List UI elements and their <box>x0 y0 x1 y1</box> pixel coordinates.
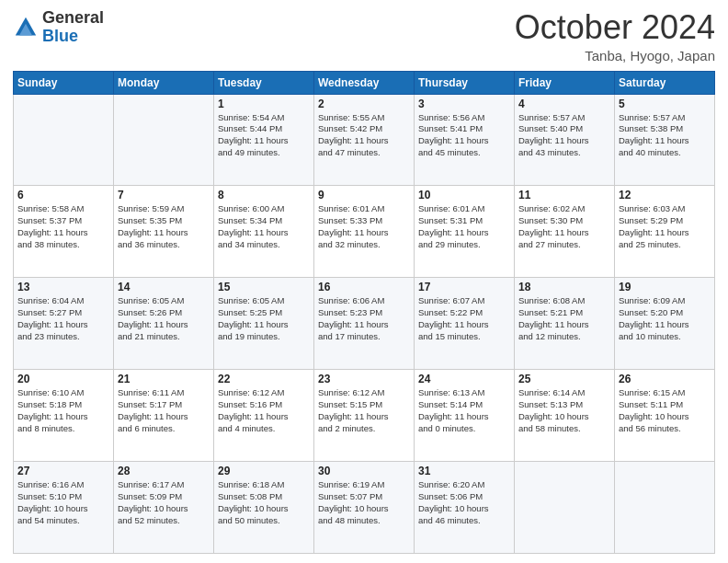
calendar-cell: 17Sunrise: 6:07 AM Sunset: 5:22 PM Dayli… <box>415 278 515 370</box>
day-info: Sunrise: 6:17 AM Sunset: 5:09 PM Dayligh… <box>118 479 210 526</box>
day-info: Sunrise: 6:09 AM Sunset: 5:20 PM Dayligh… <box>619 295 711 342</box>
header: General Blue October 2024 Tanba, Hyogo, … <box>13 9 715 63</box>
day-info: Sunrise: 6:06 AM Sunset: 5:23 PM Dayligh… <box>318 295 410 342</box>
day-info: Sunrise: 6:10 AM Sunset: 5:18 PM Dayligh… <box>17 387 109 434</box>
weekday-header-wednesday: Wednesday <box>314 71 415 94</box>
calendar-cell: 11Sunrise: 6:02 AM Sunset: 5:30 PM Dayli… <box>515 186 615 278</box>
calendar-week-row: 27Sunrise: 6:16 AM Sunset: 5:10 PM Dayli… <box>14 462 715 554</box>
day-number: 15 <box>218 281 310 293</box>
day-number: 31 <box>418 465 510 477</box>
calendar-cell: 26Sunrise: 6:15 AM Sunset: 5:11 PM Dayli… <box>615 370 715 462</box>
day-info: Sunrise: 6:12 AM Sunset: 5:16 PM Dayligh… <box>218 387 310 434</box>
calendar-cell <box>615 462 715 554</box>
day-info: Sunrise: 6:05 AM Sunset: 5:26 PM Dayligh… <box>118 295 210 342</box>
calendar-cell <box>114 94 214 186</box>
calendar-cell: 12Sunrise: 6:03 AM Sunset: 5:29 PM Dayli… <box>615 186 715 278</box>
day-info: Sunrise: 5:56 AM Sunset: 5:41 PM Dayligh… <box>418 112 510 159</box>
day-info: Sunrise: 6:18 AM Sunset: 5:08 PM Dayligh… <box>218 479 310 526</box>
day-number: 24 <box>418 373 510 385</box>
day-number: 22 <box>218 373 310 385</box>
day-number: 28 <box>118 465 210 477</box>
calendar-cell: 29Sunrise: 6:18 AM Sunset: 5:08 PM Dayli… <box>214 462 314 554</box>
calendar-week-row: 13Sunrise: 6:04 AM Sunset: 5:27 PM Dayli… <box>14 278 715 370</box>
day-number: 8 <box>218 189 310 201</box>
day-info: Sunrise: 6:12 AM Sunset: 5:15 PM Dayligh… <box>318 387 410 434</box>
day-number: 4 <box>518 98 610 110</box>
day-info: Sunrise: 6:20 AM Sunset: 5:06 PM Dayligh… <box>418 479 510 526</box>
weekday-header-monday: Monday <box>114 71 214 94</box>
day-info: Sunrise: 5:55 AM Sunset: 5:42 PM Dayligh… <box>318 112 410 159</box>
day-number: 30 <box>318 465 410 477</box>
title-block: October 2024 Tanba, Hyogo, Japan <box>515 9 715 63</box>
day-number: 3 <box>418 98 510 110</box>
calendar-week-row: 1Sunrise: 5:54 AM Sunset: 5:44 PM Daylig… <box>14 94 715 186</box>
calendar-cell: 16Sunrise: 6:06 AM Sunset: 5:23 PM Dayli… <box>314 278 415 370</box>
calendar-cell: 9Sunrise: 6:01 AM Sunset: 5:33 PM Daylig… <box>314 186 415 278</box>
logo-text: General Blue <box>42 9 104 46</box>
calendar-cell: 8Sunrise: 6:00 AM Sunset: 5:34 PM Daylig… <box>214 186 314 278</box>
day-info: Sunrise: 6:07 AM Sunset: 5:22 PM Dayligh… <box>418 295 510 342</box>
weekday-header-thursday: Thursday <box>415 71 515 94</box>
day-info: Sunrise: 6:03 AM Sunset: 5:29 PM Dayligh… <box>619 203 711 250</box>
day-number: 26 <box>619 373 711 385</box>
weekday-header-saturday: Saturday <box>615 71 715 94</box>
calendar-cell: 13Sunrise: 6:04 AM Sunset: 5:27 PM Dayli… <box>14 278 114 370</box>
day-number: 1 <box>218 98 310 110</box>
calendar-cell <box>515 462 615 554</box>
logo-icon <box>13 15 39 40</box>
calendar-cell <box>14 94 114 186</box>
day-number: 20 <box>17 373 109 385</box>
calendar-week-row: 6Sunrise: 5:58 AM Sunset: 5:37 PM Daylig… <box>14 186 715 278</box>
calendar-table: SundayMondayTuesdayWednesdayThursdayFrid… <box>13 71 715 554</box>
day-number: 16 <box>318 281 410 293</box>
calendar-cell: 30Sunrise: 6:19 AM Sunset: 5:07 PM Dayli… <box>314 462 415 554</box>
calendar-cell: 31Sunrise: 6:20 AM Sunset: 5:06 PM Dayli… <box>415 462 515 554</box>
calendar-cell: 23Sunrise: 6:12 AM Sunset: 5:15 PM Dayli… <box>314 370 415 462</box>
day-number: 18 <box>518 281 610 293</box>
calendar-cell: 7Sunrise: 5:59 AM Sunset: 5:35 PM Daylig… <box>114 186 214 278</box>
day-info: Sunrise: 6:11 AM Sunset: 5:17 PM Dayligh… <box>118 387 210 434</box>
day-info: Sunrise: 5:58 AM Sunset: 5:37 PM Dayligh… <box>17 203 109 250</box>
day-info: Sunrise: 6:01 AM Sunset: 5:33 PM Dayligh… <box>318 203 410 250</box>
day-number: 9 <box>318 189 410 201</box>
calendar-cell: 1Sunrise: 5:54 AM Sunset: 5:44 PM Daylig… <box>214 94 314 186</box>
day-number: 5 <box>619 98 711 110</box>
day-info: Sunrise: 6:14 AM Sunset: 5:13 PM Dayligh… <box>518 387 610 434</box>
day-number: 14 <box>118 281 210 293</box>
calendar-cell: 10Sunrise: 6:01 AM Sunset: 5:31 PM Dayli… <box>415 186 515 278</box>
calendar-cell: 6Sunrise: 5:58 AM Sunset: 5:37 PM Daylig… <box>14 186 114 278</box>
day-number: 19 <box>619 281 711 293</box>
day-info: Sunrise: 5:57 AM Sunset: 5:40 PM Dayligh… <box>518 112 610 159</box>
calendar-cell: 3Sunrise: 5:56 AM Sunset: 5:41 PM Daylig… <box>415 94 515 186</box>
day-info: Sunrise: 6:15 AM Sunset: 5:11 PM Dayligh… <box>619 387 711 434</box>
calendar-cell: 27Sunrise: 6:16 AM Sunset: 5:10 PM Dayli… <box>14 462 114 554</box>
calendar-cell: 22Sunrise: 6:12 AM Sunset: 5:16 PM Dayli… <box>214 370 314 462</box>
day-number: 17 <box>418 281 510 293</box>
logo: General Blue <box>13 9 104 46</box>
calendar-cell: 14Sunrise: 6:05 AM Sunset: 5:26 PM Dayli… <box>114 278 214 370</box>
day-info: Sunrise: 6:00 AM Sunset: 5:34 PM Dayligh… <box>218 203 310 250</box>
day-number: 2 <box>318 98 410 110</box>
day-info: Sunrise: 6:05 AM Sunset: 5:25 PM Dayligh… <box>218 295 310 342</box>
calendar-cell: 18Sunrise: 6:08 AM Sunset: 5:21 PM Dayli… <box>515 278 615 370</box>
day-info: Sunrise: 6:04 AM Sunset: 5:27 PM Dayligh… <box>17 295 109 342</box>
day-number: 10 <box>418 189 510 201</box>
logo-line1: General <box>42 9 104 28</box>
day-number: 27 <box>17 465 109 477</box>
calendar-cell: 20Sunrise: 6:10 AM Sunset: 5:18 PM Dayli… <box>14 370 114 462</box>
day-number: 25 <box>518 373 610 385</box>
weekday-header-friday: Friday <box>515 71 615 94</box>
day-info: Sunrise: 5:59 AM Sunset: 5:35 PM Dayligh… <box>118 203 210 250</box>
calendar-week-row: 20Sunrise: 6:10 AM Sunset: 5:18 PM Dayli… <box>14 370 715 462</box>
day-number: 13 <box>17 281 109 293</box>
calendar-cell: 2Sunrise: 5:55 AM Sunset: 5:42 PM Daylig… <box>314 94 415 186</box>
calendar-cell: 21Sunrise: 6:11 AM Sunset: 5:17 PM Dayli… <box>114 370 214 462</box>
day-number: 11 <box>518 189 610 201</box>
day-number: 7 <box>118 189 210 201</box>
weekday-header-tuesday: Tuesday <box>214 71 314 94</box>
calendar-cell: 5Sunrise: 5:57 AM Sunset: 5:38 PM Daylig… <box>615 94 715 186</box>
day-info: Sunrise: 6:08 AM Sunset: 5:21 PM Dayligh… <box>518 295 610 342</box>
calendar-cell: 4Sunrise: 5:57 AM Sunset: 5:40 PM Daylig… <box>515 94 615 186</box>
day-number: 6 <box>17 189 109 201</box>
weekday-header-row: SundayMondayTuesdayWednesdayThursdayFrid… <box>14 71 715 94</box>
